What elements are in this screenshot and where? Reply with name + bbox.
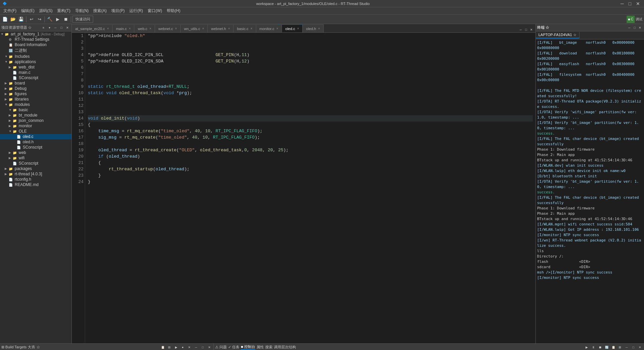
cdt-tab-props[interactable]: 属性 xyxy=(257,345,264,350)
tree-toggle-12[interactable]: ▶ xyxy=(5,98,9,101)
cdt-tab-issues[interactable]: ⚠ 问题 xyxy=(215,345,227,350)
code-line-7[interactable] xyxy=(88,71,533,77)
tree-toggle-6[interactable]: ▶ xyxy=(9,65,13,69)
sidebar-maximize[interactable]: □ xyxy=(59,25,64,30)
sidebar-item-23[interactable]: ▶📁wifi xyxy=(0,155,71,161)
right-panel-minimize[interactable]: ─ xyxy=(627,25,632,30)
sidebar-item-28[interactable]: 📄README.md xyxy=(0,182,71,187)
tree-toggle-17[interactable]: ▶ xyxy=(9,124,13,128)
cdt-btn3[interactable]: ⏹ xyxy=(597,345,603,350)
sidebar-item-26[interactable]: ▶📁rt-thread [4.0.3] xyxy=(0,171,71,177)
tab-close-8[interactable]: × xyxy=(297,27,299,30)
sidebar-item-15[interactable]: ▶📁bt_module xyxy=(0,113,71,118)
right-panel-maximize[interactable]: □ xyxy=(632,25,637,30)
minimize-button[interactable]: ─ xyxy=(619,1,625,6)
toolbar-new[interactable]: 📄 xyxy=(1,16,9,23)
sidebar-item-22[interactable]: ▶📁web xyxy=(0,150,71,155)
editor-tab-oled.c[interactable]: oled.c× xyxy=(282,24,303,32)
build-btn1[interactable]: 📋 xyxy=(160,345,165,350)
code-line-14[interactable]: void oled_init(void) xyxy=(88,115,533,122)
tab-action-2[interactable]: ✕ xyxy=(529,27,534,32)
tab-close-2[interactable]: × xyxy=(149,27,151,30)
sidebar-item-7[interactable]: 📄main.c xyxy=(0,70,71,75)
tree-toggle-16[interactable]: ▶ xyxy=(9,119,13,122)
code-line-16[interactable]: time_msg = rt_mq_create("time_oled", 40,… xyxy=(88,128,533,134)
cdt-tab-tasks[interactable]: ✓ 任务 xyxy=(228,345,239,350)
toolbar-redo[interactable]: ↪ xyxy=(36,16,43,23)
code-line-10[interactable]: static void oled_thread_task(void *prg); xyxy=(88,90,533,96)
editor-tab-oled.h[interactable]: oled.h× xyxy=(303,24,324,32)
cdt-minimize[interactable]: ─ xyxy=(624,345,629,350)
sidebar-item-9[interactable]: ▶📁board xyxy=(0,80,71,86)
code-line-24[interactable]: } xyxy=(88,179,533,185)
toolbar-open[interactable]: 📂 xyxy=(9,16,17,23)
tree-toggle-11[interactable]: ▶ xyxy=(5,92,9,96)
tab-close-9[interactable]: × xyxy=(318,27,320,30)
tree-toggle-9[interactable]: ▶ xyxy=(5,81,9,85)
sidebar-item-3[interactable]: 🔢二进制 xyxy=(0,47,71,54)
cdt-btn1[interactable]: ▶ xyxy=(584,345,589,350)
build-btn5[interactable]: ✕ xyxy=(187,345,192,350)
quick-access-button[interactable]: 快速访问 xyxy=(72,16,93,23)
editor-tab-webnet.c[interactable]: webnet.c× xyxy=(155,24,181,32)
tree-toggle-23[interactable]: ▶ xyxy=(9,156,13,160)
cdt-btn6[interactable]: ⊠ xyxy=(617,345,623,350)
tab-close-5[interactable]: × xyxy=(228,27,230,30)
tree-toggle-22[interactable]: ▶ xyxy=(9,151,13,154)
code-editor[interactable]: "pp">#include "oled.h" "pp">#define OLED… xyxy=(85,33,535,343)
menu-item-源码S[interactable]: 源码(S) xyxy=(37,7,54,14)
tree-toggle-10[interactable]: ▶ xyxy=(5,87,9,90)
sidebar-item-10[interactable]: ▶📁Debug xyxy=(0,86,71,91)
build-minimize[interactable]: ─ xyxy=(193,345,199,350)
menu-item-文件F[interactable]: 文件(F) xyxy=(1,7,18,14)
toolbar-debug-mode[interactable]: 调试 xyxy=(635,16,643,23)
menu-item-窗口W[interactable]: 窗口(W) xyxy=(146,7,164,14)
sidebar-item-19[interactable]: 📄oled.c xyxy=(0,134,71,139)
cdt-btn2[interactable]: ⏸ xyxy=(591,345,596,350)
cdt-close[interactable]: ✕ xyxy=(637,345,643,350)
toolbar-stop[interactable]: ⏹ xyxy=(62,16,69,23)
code-line-4[interactable]: "pp">#define OLED_I2C_PIN_SCL GET_PIN(H,… xyxy=(88,52,533,58)
sidebar-item-18[interactable]: ▼📁OLE xyxy=(0,129,71,134)
sidebar-item-20[interactable]: 📄oled.h xyxy=(0,139,71,145)
build-close[interactable]: ✕ xyxy=(207,345,212,350)
menu-item-项目P[interactable]: 项目(P) xyxy=(109,7,127,14)
code-line-23[interactable]: } xyxy=(88,172,533,179)
tree-toggle-4[interactable]: ▼ xyxy=(5,55,9,58)
build-maximize[interactable]: □ xyxy=(200,345,205,350)
sidebar-minimize[interactable]: ─ xyxy=(53,25,58,30)
tree-toggle-0[interactable]: ▼ xyxy=(1,32,5,36)
code-line-1[interactable]: "pp">#include "oled.h" xyxy=(88,33,533,39)
menu-item-导航N[interactable]: 导航(N) xyxy=(73,7,91,14)
toolbar-debug[interactable]: ▶ xyxy=(54,16,61,23)
sidebar-item-1[interactable]: ⚙RT-Thread Settings xyxy=(0,37,71,42)
debug-tab-laptop[interactable]: LAPTOP-FA1D4VA1 ☆ xyxy=(536,32,580,38)
menu-item-帮助H[interactable]: 帮助(H) xyxy=(165,7,182,14)
cdt-maximize[interactable]: □ xyxy=(631,345,636,350)
tree-toggle-18[interactable]: ▼ xyxy=(9,130,13,133)
tab-close-0[interactable]: × xyxy=(107,27,109,30)
window-controls[interactable]: ─ □ ✕ xyxy=(619,1,641,6)
menu-item-运行R[interactable]: 运行(R) xyxy=(127,7,145,14)
maximize-button[interactable]: □ xyxy=(627,1,633,6)
build-btn2[interactable]: ⊞ xyxy=(167,345,172,350)
sidebar-item-4[interactable]: ▼📁Includes xyxy=(0,54,71,59)
cdt-tab-console[interactable]: ■ 控制台 xyxy=(241,344,255,350)
sidebar-item-21[interactable]: 📄SConscript xyxy=(0,145,71,150)
menu-item-重构T[interactable]: 重构(T) xyxy=(55,7,72,14)
editor-tab-wn_utils.c[interactable]: wn_utils.c× xyxy=(181,24,208,32)
tab-close-6[interactable]: × xyxy=(251,27,253,30)
sidebar-item-24[interactable]: 📄SConscript xyxy=(0,161,71,166)
tab-close-7[interactable]: × xyxy=(276,27,278,30)
menu-item-搜索A[interactable]: 搜索(A) xyxy=(91,7,109,14)
cdt-tab-callhier[interactable]: 调用层次结构 xyxy=(274,345,296,350)
tab-close-4[interactable]: × xyxy=(202,27,204,30)
right-panel-close[interactable]: ✕ xyxy=(637,25,643,30)
code-line-3[interactable] xyxy=(88,45,533,52)
sidebar-item-5[interactable]: ▼📁applications xyxy=(0,59,71,64)
cdt-tab-search[interactable]: 搜索 xyxy=(265,345,273,350)
sidebar-item-16[interactable]: ▶📁json_common xyxy=(0,118,71,123)
sidebar-close[interactable]: ✕ xyxy=(65,25,70,30)
sidebar-item-2[interactable]: 📋Board Information xyxy=(0,42,71,47)
sidebar-collapse[interactable]: ≡ xyxy=(41,25,46,30)
